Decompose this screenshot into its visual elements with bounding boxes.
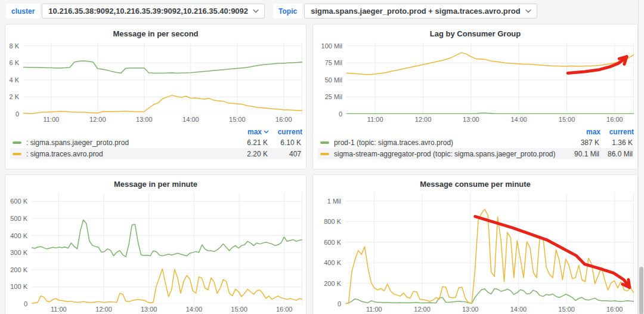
x-tick-label: 15:00	[559, 116, 575, 123]
x-tick-label: 15:00	[229, 116, 246, 123]
x-tick-label: 14:00	[182, 116, 199, 123]
y-axis-labels: 02 K4 K6 K8 K	[8, 42, 23, 114]
legend: maxcurrent: sigma.spans.jaeger_proto.pro…	[10, 127, 302, 159]
filter-cluster: cluster 10.216.35.38:9092,10.216.35.39:9…	[6, 4, 265, 19]
legend-series-label[interactable]: : sigma.spans.jaeger_proto.prod	[26, 138, 231, 147]
panel-grid: Message in per second 02 K4 K6 K8 K 11:0…	[0, 23, 644, 314]
series-line	[345, 289, 634, 304]
y-tick-label: 2 K	[9, 93, 19, 100]
x-tick-label: 11:00	[51, 306, 67, 313]
x-tick-label: 11:00	[366, 306, 382, 313]
x-axis-labels: 11:0012:0013:0014:0015:0016:00	[32, 304, 302, 313]
x-tick-label: 14:00	[510, 116, 527, 123]
legend-row[interactable]: prod-1 (topic: sigma.traces.avro.prod)38…	[318, 137, 634, 148]
x-tick-label: 14:00	[510, 306, 527, 313]
y-tick-label: 200 K	[324, 280, 341, 287]
x-axis-labels: 11:0012:0013:0014:0015:0016:00	[345, 304, 634, 313]
x-axis-labels: 11:0012:0013:0014:0015:0016:00	[346, 114, 634, 124]
cluster-select-value: 10.216.35.38:9092,10.216.35.39:9092,10.2…	[48, 7, 248, 16]
plot-area[interactable]	[345, 193, 634, 304]
legend-row[interactable]: sigma-stream-aggregator-prod (topic: sig…	[318, 148, 634, 159]
y-axis-labels: 0100 K200 K300 K400 K500 K600 K	[8, 193, 32, 304]
series-color-marker	[320, 141, 329, 144]
y-tick-label: 6 K	[9, 59, 19, 66]
series-line	[345, 210, 634, 304]
chart-svg	[345, 193, 634, 304]
legend-series-label[interactable]: prod-1 (topic: sigma.traces.avro.prod)	[334, 138, 562, 147]
x-tick-label: 15:00	[558, 306, 575, 313]
cluster-select[interactable]: 10.216.35.38:9092,10.216.35.39:9092,10.2…	[42, 4, 265, 19]
topic-select-value: sigma.spans.jaeger_proto.prod + sigma.tr…	[311, 7, 520, 16]
x-tick-label: 13:00	[463, 116, 479, 123]
legend-value: 2.20 K	[231, 150, 268, 158]
legend-header: maxcurrent	[10, 127, 302, 137]
chart-svg	[32, 193, 302, 304]
x-tick-label: 13:00	[136, 116, 153, 123]
x-tick-label: 12:00	[95, 306, 112, 313]
legend-value: 86.0 Mil	[599, 150, 633, 158]
legend: maxcurrentprod-1 (topic: sigma.traces.av…	[318, 127, 634, 159]
legend-value: 6.10 K	[268, 138, 301, 147]
series-color-marker	[13, 153, 21, 155]
y-tick-label: 100 K	[10, 283, 27, 290]
dashboard-toolbar: cluster 10.216.35.38:9092,10.216.35.39:9…	[0, 0, 644, 23]
legend-value: 6.21 K	[231, 138, 268, 147]
legend-row[interactable]: : sigma.traces.avro.prod2.20 K407	[10, 148, 302, 159]
panel-message-consume-per-minute: Message consume per minute 0200 K400 K60…	[312, 174, 638, 314]
chevron-down-icon	[264, 130, 269, 134]
chart-svg	[346, 42, 634, 114]
y-tick-label: 200 K	[10, 266, 27, 273]
x-tick-label: 16:00	[606, 306, 623, 313]
plot-area[interactable]	[23, 42, 302, 114]
y-tick-label: 500 K	[10, 215, 27, 222]
x-tick-label: 12:00	[415, 116, 432, 123]
y-tick-label: 800 K	[324, 218, 341, 225]
series-color-marker	[13, 141, 21, 144]
legend-value: 387 K	[562, 138, 599, 147]
legend-value: 407	[268, 150, 301, 158]
chevron-down-icon	[525, 9, 531, 13]
legend-sort-current[interactable]: current	[269, 128, 302, 136]
cluster-filter-label: cluster	[6, 4, 40, 19]
legend-value: 90.1 Mil	[562, 150, 599, 158]
x-tick-label: 13:00	[462, 306, 479, 313]
topic-filter-label: Topic	[273, 4, 302, 19]
x-tick-label: 11:00	[43, 116, 59, 123]
y-tick-label: 100 Mil	[321, 42, 342, 50]
x-tick-label: 16:00	[606, 116, 623, 123]
panel-title[interactable]: Message in per second	[8, 29, 304, 39]
panel-title[interactable]: Message in per minute	[8, 180, 304, 189]
y-tick-label: 600 K	[324, 239, 341, 246]
x-tick-label: 16:00	[276, 306, 293, 313]
panel-message-in-per-minute: Message in per minute 0100 K200 K300 K40…	[5, 174, 306, 314]
legend-row[interactable]: : sigma.spans.jaeger_proto.prod6.21 K6.1…	[10, 137, 302, 148]
y-tick-label: 4 K	[9, 76, 19, 84]
plot-area[interactable]	[32, 193, 302, 304]
y-tick-label: 400 K	[324, 259, 341, 266]
legend-series-label[interactable]: sigma-stream-aggregator-prod (topic: sig…	[334, 150, 562, 158]
topic-select[interactable]: sigma.spans.jaeger_proto.prod + sigma.tr…	[304, 4, 537, 19]
legend-series-label[interactable]: : sigma.traces.avro.prod	[26, 150, 231, 158]
panel-title[interactable]: Message consume per minute	[315, 180, 635, 189]
series-color-marker	[320, 153, 329, 155]
legend-sort-max[interactable]: max	[232, 128, 269, 136]
y-tick-label: 300 K	[10, 249, 27, 256]
legend-sort-current[interactable]: current	[600, 128, 634, 136]
y-axis-labels: 0200 K400 K600 K800 K1 Mil	[315, 193, 345, 304]
filter-topic: Topic sigma.spans.jaeger_proto.prod + si…	[273, 4, 537, 19]
legend-value: 1.36 K	[599, 138, 633, 147]
y-tick-label: 0	[16, 110, 19, 118]
series-line	[32, 220, 302, 257]
x-axis-labels: 11:0012:0013:0014:0015:0016:00	[23, 114, 302, 124]
vertical-scrollbar[interactable]	[638, 0, 644, 314]
plot-area[interactable]	[346, 42, 634, 114]
legend-sort-max[interactable]: max	[564, 128, 600, 136]
y-tick-label: 0	[338, 300, 341, 307]
y-tick-label: 0	[339, 110, 342, 118]
series-line	[23, 96, 302, 114]
y-tick-label: 400 K	[10, 232, 27, 239]
panel-title[interactable]: Lag by Consumer Group	[315, 29, 635, 39]
scrollbar-thumb[interactable]	[639, 267, 643, 314]
x-tick-label: 13:00	[141, 306, 157, 313]
series-line	[32, 269, 302, 303]
